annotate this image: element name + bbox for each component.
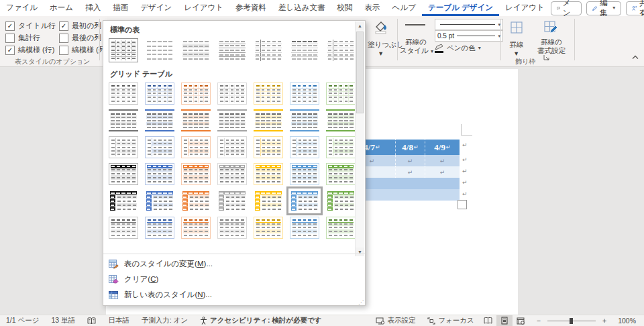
table-style-thumbnail-1-4-0[interactable] bbox=[109, 190, 138, 212]
ribbon-tab-12[interactable]: レイアウト bbox=[499, 0, 551, 16]
table-style-thumbnail-1-4-1[interactable] bbox=[145, 190, 174, 212]
table-style-thumbnail-0-0-6[interactable] bbox=[326, 38, 356, 62]
table-style-thumbnail-1-3-6[interactable] bbox=[326, 163, 356, 185]
table-style-thumbnail-1-5-1[interactable] bbox=[145, 217, 174, 239]
table-style-thumbnail-1-5-3[interactable] bbox=[217, 217, 247, 239]
table-style-thumbnail-1-1-5[interactable] bbox=[290, 109, 319, 131]
table-style-thumbnail-1-5-6[interactable] bbox=[326, 217, 356, 239]
ribbon-tab-10[interactable]: ヘルプ bbox=[386, 0, 422, 16]
table-style-thumbnail-1-0-5[interactable] bbox=[290, 83, 319, 105]
status-item-0[interactable]: 1/1 ページ bbox=[0, 315, 46, 326]
display-settings-button[interactable]: 表示設定 bbox=[370, 315, 421, 326]
checkbox-checked-icon[interactable]: ✓ bbox=[5, 46, 15, 55]
table-style-thumbnail-1-2-4[interactable] bbox=[254, 136, 283, 158]
zoom-in-button[interactable]: + bbox=[600, 315, 612, 326]
table-style-thumbnail-1-3-0[interactable] bbox=[109, 163, 138, 185]
table-cell[interactable]: ↵ bbox=[395, 155, 425, 166]
table-style-thumbnail-0-0-2[interactable] bbox=[181, 38, 211, 62]
ribbon-tab-6[interactable]: 参考資料 bbox=[229, 0, 272, 16]
table-style-thumbnail-1-0-6[interactable] bbox=[326, 83, 356, 105]
shading-button[interactable]: 塗りつぶし ▾ bbox=[368, 19, 394, 62]
dialog-launcher-icon[interactable] bbox=[543, 54, 549, 60]
focus-button[interactable]: フォーカス bbox=[421, 315, 480, 326]
table-style-thumbnail-1-1-6[interactable] bbox=[326, 109, 356, 131]
table-cell[interactable]: ↵ bbox=[395, 166, 425, 178]
table-style-thumbnail-1-1-3[interactable] bbox=[217, 109, 247, 131]
table-cell[interactable] bbox=[395, 189, 425, 201]
table-style-thumbnail-0-0-1[interactable] bbox=[145, 38, 174, 62]
zoom-slider-thumb[interactable] bbox=[570, 318, 573, 324]
table-style-thumbnail-0-0-5[interactable] bbox=[290, 38, 319, 62]
table-style-thumbnail-1-5-2[interactable] bbox=[181, 217, 211, 239]
share-button[interactable]: 共有 ▾ bbox=[626, 1, 644, 15]
editing-button[interactable]: 編集 ▾ bbox=[586, 1, 622, 15]
border-styles-button[interactable]: 罫線の スタイル ▾ bbox=[400, 19, 432, 62]
table-style-thumbnail-0-0-4[interactable] bbox=[254, 38, 283, 62]
print-layout-button[interactable] bbox=[496, 315, 513, 326]
checkbox-checked-icon[interactable]: ✓ bbox=[59, 21, 68, 31]
status-item-3[interactable]: 日本語 bbox=[102, 315, 136, 326]
table-style-thumbnail-1-1-2[interactable] bbox=[181, 109, 211, 131]
pen-style-combo[interactable]: ▾ bbox=[435, 19, 503, 30]
table-style-thumbnail-1-3-2[interactable] bbox=[181, 163, 211, 185]
gallery-menu-item-1[interactable]: クリア(C) bbox=[103, 272, 365, 287]
table-cell[interactable] bbox=[425, 178, 460, 189]
table-style-thumbnail-1-4-4[interactable] bbox=[254, 190, 283, 212]
collapse-ribbon-icon[interactable] bbox=[632, 55, 639, 60]
table-cell[interactable]: ↵ bbox=[425, 155, 460, 166]
table-style-thumbnail-1-0-4[interactable] bbox=[254, 83, 283, 105]
table-header-cell[interactable]: 4/9↵ bbox=[425, 140, 460, 155]
checkbox-2[interactable]: 集計行 bbox=[5, 33, 40, 43]
zoom-level[interactable]: 100% bbox=[612, 315, 644, 326]
gallery-menu-item-2[interactable]: 新しい表のスタイル(N)... bbox=[103, 287, 365, 303]
table-cell[interactable] bbox=[425, 189, 460, 201]
table-style-thumbnail-1-4-2[interactable] bbox=[181, 190, 211, 212]
ribbon-tab-8[interactable]: 校閲 bbox=[331, 0, 359, 16]
ribbon-tab-5[interactable]: レイアウト bbox=[178, 0, 229, 16]
ribbon-tab-3[interactable]: 描画 bbox=[107, 0, 134, 16]
zoom-slider[interactable] bbox=[547, 321, 596, 321]
table-style-thumbnail-0-0-0[interactable] bbox=[109, 38, 138, 62]
ribbon-tab-11-active[interactable]: テーブル デザイン bbox=[422, 0, 499, 16]
status-item-2[interactable] bbox=[81, 315, 102, 326]
table-style-thumbnail-1-2-6[interactable] bbox=[326, 136, 356, 158]
scrollbar-thumb[interactable] bbox=[356, 32, 364, 113]
table-style-thumbnail-1-0-2[interactable] bbox=[181, 83, 211, 105]
table-style-thumbnail-1-4-6[interactable] bbox=[326, 190, 356, 212]
checkbox-1[interactable]: ✓最初の列 bbox=[59, 21, 101, 31]
checkbox-checked-icon[interactable]: ✓ bbox=[5, 21, 15, 31]
table-style-thumbnail-1-1-0[interactable] bbox=[109, 109, 138, 131]
status-item-4[interactable]: 予測入力: オン bbox=[136, 315, 194, 326]
table-style-thumbnail-1-5-0[interactable] bbox=[109, 217, 138, 239]
table-style-thumbnail-1-2-3[interactable] bbox=[217, 136, 247, 158]
read-mode-button[interactable] bbox=[480, 315, 496, 326]
table-resize-handle[interactable] bbox=[458, 200, 467, 209]
table-style-thumbnail-1-0-1[interactable] bbox=[145, 83, 174, 105]
status-item-5[interactable]: アクセシビリティ: 検討が必要です bbox=[194, 315, 328, 326]
pen-weight-combo[interactable]: 0.5 pt ▾ bbox=[435, 30, 503, 42]
ribbon-tab-0[interactable]: ファイル bbox=[0, 0, 44, 16]
ribbon-tab-7[interactable]: 差し込み文書 bbox=[272, 0, 331, 16]
table-style-thumbnail-1-3-4[interactable] bbox=[254, 163, 283, 185]
comments-button[interactable]: コメント bbox=[551, 1, 582, 15]
checkbox-unchecked-icon[interactable] bbox=[59, 34, 68, 43]
ribbon-tab-2[interactable]: 挿入 bbox=[79, 0, 107, 16]
web-layout-button[interactable] bbox=[513, 315, 529, 326]
scroll-up-button[interactable]: ▲ bbox=[356, 21, 364, 30]
table-style-thumbnail-1-3-5[interactable] bbox=[290, 163, 319, 185]
resize-grip[interactable]: ⋰ bbox=[358, 299, 364, 305]
table-style-thumbnail-1-0-0[interactable] bbox=[109, 83, 138, 105]
table-style-thumbnail-1-2-1[interactable] bbox=[145, 136, 174, 158]
table-style-thumbnail-1-2-2[interactable] bbox=[181, 136, 211, 158]
checkbox-5[interactable]: 縞模様 (列) bbox=[59, 45, 108, 55]
checkbox-0[interactable]: ✓タイトル行 bbox=[5, 21, 56, 31]
table-style-thumbnail-1-5-4[interactable] bbox=[254, 217, 283, 239]
table-header-cell[interactable]: 4/8↵ bbox=[395, 140, 425, 155]
ribbon-tab-9[interactable]: 表示 bbox=[359, 0, 386, 16]
gallery-scrollbar[interactable]: ▲ ▼ bbox=[355, 21, 364, 256]
table-style-thumbnail-1-1-4[interactable] bbox=[254, 109, 283, 131]
checkbox-4[interactable]: ✓縞模様 (行) bbox=[5, 45, 54, 55]
checkbox-unchecked-icon[interactable] bbox=[5, 34, 15, 43]
border-painter-button[interactable]: 罫線の 書式設定 bbox=[533, 19, 570, 62]
table-style-thumbnail-1-1-1[interactable] bbox=[145, 109, 174, 131]
